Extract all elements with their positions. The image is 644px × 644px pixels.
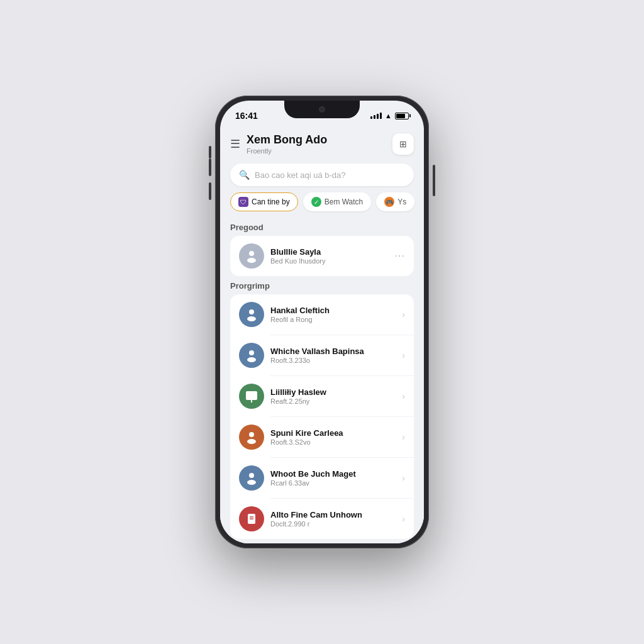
menu-icon[interactable]: ☰ — [230, 137, 240, 151]
svg-point-4 — [249, 350, 254, 355]
tab-bemwatch-label: Bem Watch — [325, 197, 364, 206]
svg-point-1 — [247, 258, 256, 263]
item-name: Whiche Vallash Bapinsa — [270, 347, 396, 356]
silent-button — [209, 146, 211, 158]
svg-point-10 — [249, 473, 254, 478]
prorgrimp-card: Hankal Cleftich Reofil a Rong › — [230, 294, 414, 539]
item-text: Blulllie Sayla Bed Kuo Ihusdory — [270, 247, 389, 265]
avatar — [239, 384, 264, 409]
list-item[interactable]: Liilliłiy Haslew Reaft.2.25ny › — [230, 376, 414, 416]
tab-bemwatch[interactable]: ✓ Bem Watch — [303, 192, 372, 211]
chevron-right-icon[interactable]: › — [402, 391, 405, 401]
wifi-icon: ▲ — [385, 112, 392, 119]
pregood-card: Blulllie Sayla Bed Kuo Ihusdory ··· — [230, 236, 414, 276]
svg-point-5 — [247, 357, 256, 362]
item-sub: Bed Kuo Ihusdory — [270, 257, 389, 265]
item-name: Hankal Cleftich — [270, 306, 396, 315]
list-item[interactable]: Whiche Vallash Bapinsa Rooft.3.233o › — [230, 335, 414, 375]
item-sub: Rcarl 6.33av — [270, 479, 396, 487]
item-sub: Rooft.3.233o — [270, 357, 396, 364]
svg-point-8 — [249, 432, 254, 437]
tab-icon-game: 🎮 — [384, 197, 394, 207]
item-text: Whiche Vallash Bapinsa Rooft.3.233o — [270, 347, 396, 364]
section-prorgrimp-label: Prorgrimp — [230, 281, 414, 291]
tabs-container: 🛡 Can tine by ✓ Bem Watch 🎮 Ys — [220, 192, 424, 218]
item-text: Allto Fine Cam Unhown Doclt.2.990 r — [270, 510, 396, 528]
app-content: ☰ Xem Bong Ado Froently ⊞ 🔍 Bao cao ket … — [220, 128, 424, 543]
item-sub: Rooft.3.S2vo — [270, 438, 396, 446]
search-placeholder: Bao cao ket aqi uá b-da? — [255, 170, 346, 180]
svg-point-2 — [249, 309, 254, 314]
list-item[interactable]: Spuni Kire Carleea Rooft.3.S2vo › — [230, 417, 414, 457]
avatar — [239, 343, 264, 368]
search-box[interactable]: 🔍 Bao cao ket aqi uá b-da? — [230, 164, 414, 186]
header-right-button[interactable]: ⊞ — [392, 133, 414, 155]
notch — [284, 101, 360, 118]
item-text: Whoot Be Juch Maget Rcarl 6.33av — [270, 469, 396, 487]
power-button — [433, 165, 435, 196]
section-pregood-label: Pregood — [230, 223, 414, 232]
item-sub: Reaft.2.25ny — [270, 397, 396, 405]
tab-ys-label: Ys — [397, 197, 406, 206]
search-container: 🔍 Bao cao ket aqi uá b-da? — [220, 161, 424, 192]
chevron-right-icon[interactable]: › — [402, 473, 405, 483]
search-icon: 🔍 — [239, 170, 250, 180]
phone-frame: 16:41 ▲ ☰ Xem Bong Ado — [215, 96, 429, 548]
item-text: Hankal Cleftich Reofil a Rong — [270, 306, 396, 323]
item-text: Spuni Kire Carleea Rooft.3.S2vo — [270, 428, 396, 446]
svg-point-3 — [247, 316, 256, 321]
more-dots-icon[interactable]: ··· — [395, 250, 405, 262]
item-name: Whoot Be Juch Maget — [270, 469, 396, 479]
tab-cantineby[interactable]: 🛡 Can tine by — [230, 192, 298, 211]
avatar — [239, 302, 264, 327]
list-item[interactable]: Blulllie Sayla Bed Kuo Ihusdory ··· — [230, 236, 414, 276]
chevron-right-icon[interactable]: › — [402, 309, 405, 319]
item-name: Liilliłiy Haslew — [270, 387, 396, 397]
avatar — [239, 506, 264, 531]
scroll-content: Pregood Blulllie Sayla Bed Kuo Ihusdory — [220, 218, 424, 543]
list-item[interactable]: Hankal Cleftich Reofil a Rong › — [230, 294, 414, 335]
volume-up-button — [209, 158, 211, 176]
phone-screen: 16:41 ▲ ☰ Xem Bong Ado — [220, 101, 424, 543]
app-header: ☰ Xem Bong Ado Froently ⊞ — [220, 128, 424, 161]
tab-icon-shield: 🛡 — [238, 197, 248, 207]
avatar — [239, 243, 264, 269]
item-sub: Reofil a Rong — [270, 316, 396, 323]
chevron-right-icon[interactable]: › — [402, 432, 405, 442]
volume-down-button — [209, 182, 211, 200]
app-subtitle: Froently — [247, 147, 392, 155]
app-title: Xem Bong Ado — [247, 133, 392, 147]
svg-point-0 — [249, 251, 254, 256]
status-icons: ▲ — [370, 112, 409, 119]
item-name: Spuni Kire Carleea — [270, 428, 396, 438]
item-name: Blulllie Sayla — [270, 247, 389, 257]
tab-cantineby-label: Can tine by — [252, 197, 290, 206]
battery-icon — [395, 113, 409, 119]
avatar — [239, 425, 264, 450]
tab-ys[interactable]: 🎮 Ys — [376, 192, 414, 211]
list-item[interactable]: Whoot Be Juch Maget Rcarl 6.33av › — [230, 458, 414, 498]
avatar — [239, 465, 264, 491]
item-name: Allto Fine Cam Unhown — [270, 510, 396, 519]
signal-icon — [370, 113, 382, 119]
camera — [319, 106, 325, 113]
svg-point-9 — [247, 439, 256, 444]
list-item[interactable]: Allto Fine Cam Unhown Doclt.2.990 r › — [230, 499, 414, 539]
svg-rect-6 — [246, 391, 257, 400]
chevron-right-icon[interactable]: › — [402, 514, 405, 524]
grid-icon: ⊞ — [399, 139, 407, 149]
status-time: 16:41 — [235, 111, 258, 121]
tab-icon-check: ✓ — [311, 197, 321, 207]
item-text: Liilliłiy Haslew Reaft.2.25ny — [270, 387, 396, 405]
svg-point-11 — [247, 480, 256, 485]
header-title-block: Xem Bong Ado Froently — [247, 133, 392, 155]
item-sub: Doclt.2.990 r — [270, 520, 396, 528]
chevron-right-icon[interactable]: › — [402, 350, 405, 360]
